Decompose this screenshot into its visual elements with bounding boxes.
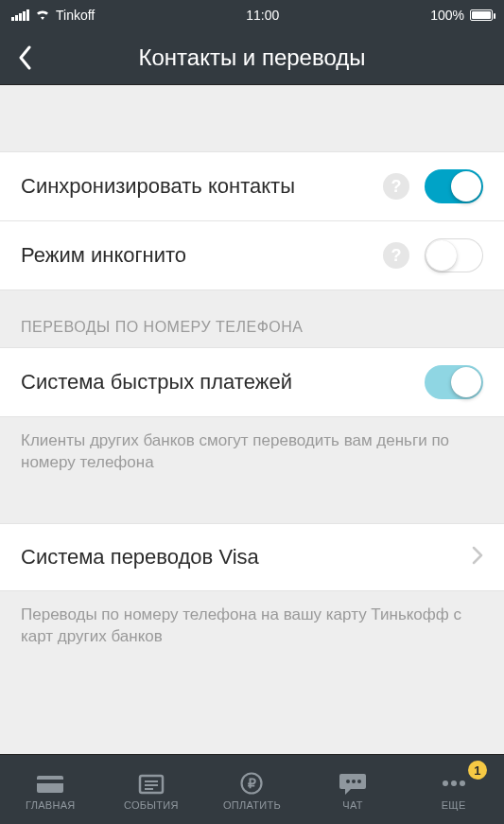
- row-incognito: Режим инкогнито ?: [0, 221, 504, 290]
- back-button[interactable]: [8, 41, 42, 75]
- tab-bar: ГЛАВНАЯ СОБЫТИЯ ₽ ОПЛАТИТЬ ЧАТ ЕЩЕ 1: [0, 754, 504, 824]
- help-icon[interactable]: ?: [383, 242, 409, 269]
- toggle-sync-contacts[interactable]: [425, 169, 483, 203]
- chevron-left-icon: [17, 45, 32, 70]
- toggle-incognito[interactable]: [425, 238, 483, 272]
- toggle-sbp[interactable]: [425, 365, 483, 399]
- tab-events[interactable]: СОБЫТИЯ: [101, 755, 202, 824]
- card-icon: [35, 769, 65, 798]
- battery-percent: 100%: [430, 8, 464, 23]
- page-title: Контакты и переводы: [42, 44, 462, 71]
- wifi-icon: [35, 8, 50, 23]
- battery-icon: [470, 9, 493, 21]
- signal-icon: [11, 9, 29, 21]
- ruble-icon: ₽: [236, 769, 267, 798]
- row-visa[interactable]: Система переводов Visa: [0, 523, 504, 591]
- content-area: Синхронизировать контакты ? Режим инкогн…: [0, 85, 504, 754]
- row-sync-contacts: Синхронизировать контакты ?: [0, 151, 504, 221]
- tab-label: СОБЫТИЯ: [124, 799, 179, 811]
- chat-icon: [338, 769, 368, 798]
- row-label: Система переводов Visa: [21, 544, 472, 570]
- svg-text:₽: ₽: [248, 776, 256, 791]
- tab-badge: 1: [468, 761, 487, 780]
- tab-label: ЧАТ: [342, 799, 362, 811]
- status-bar: Tinkoff 11:00 100%: [0, 0, 504, 30]
- section-header-transfers: ПЕРЕВОДЫ ПО НОМЕРУ ТЕЛЕФОНА: [0, 290, 504, 347]
- tab-label: ЕЩЕ: [442, 799, 466, 811]
- svg-point-10: [357, 780, 361, 783]
- svg-rect-1: [37, 780, 63, 783]
- row-label: Система быстрых платежей: [21, 369, 425, 395]
- row-label: Синхронизировать контакты: [21, 173, 383, 200]
- list-icon: [136, 769, 166, 798]
- carrier-label: Tinkoff: [56, 8, 95, 23]
- chevron-right-icon: [472, 546, 483, 569]
- status-time: 11:00: [246, 8, 279, 23]
- tab-home[interactable]: ГЛАВНАЯ: [0, 755, 101, 824]
- row-sbp: Система быстрых платежей: [0, 347, 504, 417]
- status-left: Tinkoff: [11, 8, 95, 23]
- tab-chat[interactable]: ЧАТ: [303, 755, 404, 824]
- tab-pay[interactable]: ₽ ОПЛАТИТЬ: [201, 755, 303, 824]
- nav-bar: Контакты и переводы: [0, 30, 504, 85]
- svg-rect-0: [37, 776, 63, 793]
- svg-point-9: [352, 780, 356, 783]
- help-icon[interactable]: ?: [383, 173, 409, 200]
- app-screen: Tinkoff 11:00 100% Контакты и переводы С…: [0, 0, 504, 824]
- section-footer-sbp: Клиенты других банков смогут переводить …: [0, 417, 504, 499]
- section-footer-visa: Переводы по номеру телефона на вашу карт…: [0, 591, 504, 673]
- row-label: Режим инкогнито: [21, 242, 383, 269]
- tab-label: ОПЛАТИТЬ: [223, 799, 281, 811]
- svg-point-12: [451, 780, 457, 786]
- svg-point-13: [460, 780, 465, 786]
- tab-more[interactable]: ЕЩЕ 1: [403, 755, 504, 824]
- svg-point-8: [346, 780, 350, 783]
- more-icon: [439, 769, 469, 798]
- svg-point-11: [443, 780, 448, 786]
- status-right: 100%: [430, 8, 493, 23]
- tab-label: ГЛАВНАЯ: [26, 799, 76, 811]
